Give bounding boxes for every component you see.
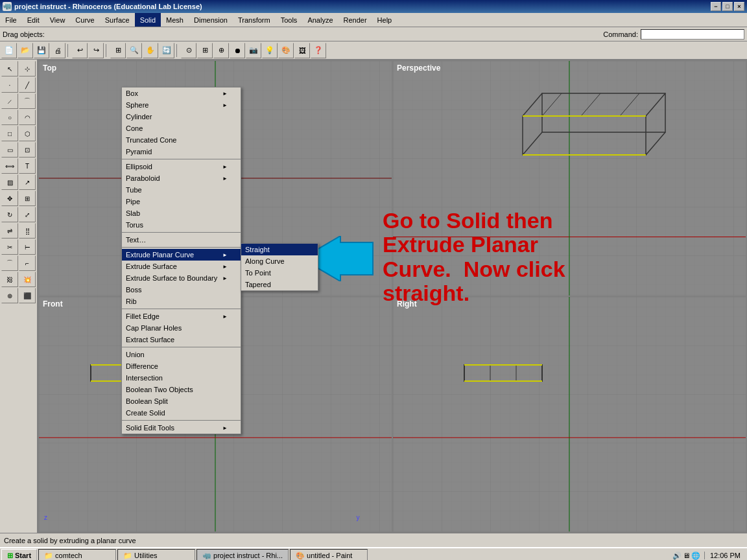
menu-rib[interactable]: Rib xyxy=(122,296,241,307)
tb-select[interactable]: ⊞ xyxy=(110,43,126,58)
tb-print[interactable]: 🖨 xyxy=(50,43,65,58)
menu-torus[interactable]: Torus xyxy=(122,219,241,231)
menu-solid-edit-tools[interactable]: Solid Edit Tools► xyxy=(122,422,241,434)
taskbar-utilities[interactable]: 📁 Utilities xyxy=(117,549,195,560)
menu-union[interactable]: Union xyxy=(122,349,241,360)
submenu-to-point[interactable]: To Point xyxy=(241,267,318,279)
tb-camera[interactable]: 📷 xyxy=(246,43,261,58)
maximize-button[interactable]: □ xyxy=(722,2,733,11)
tb-record[interactable]: ⏺ xyxy=(230,43,245,58)
menu-cap-planar-holes[interactable]: Cap Planar Holes xyxy=(122,322,241,334)
menu-render[interactable]: Render xyxy=(338,13,372,27)
menu-cone[interactable]: Cone xyxy=(122,122,241,134)
lt-rotate[interactable]: ↻ xyxy=(1,207,18,222)
menu-mesh[interactable]: Mesh xyxy=(161,13,189,27)
taskbar-rhinoceros[interactable]: 🦏 project instruct - Rhi... xyxy=(196,549,289,560)
tb-rotate[interactable]: 🔄 xyxy=(159,43,174,58)
tb-undo[interactable]: ↩ xyxy=(72,43,88,58)
lt-surface[interactable]: ▭ xyxy=(1,142,18,158)
lt-array[interactable]: ⣿ xyxy=(19,223,36,239)
tb-grid[interactable]: ⊞ xyxy=(197,43,213,58)
tb-open[interactable]: 📂 xyxy=(18,43,33,58)
menu-cylinder[interactable]: Cylinder xyxy=(122,111,241,122)
lt-solid[interactable]: ⬛ xyxy=(19,288,36,303)
lt-nurbs[interactable]: ⊡ xyxy=(19,142,36,158)
menu-surface[interactable]: Surface xyxy=(100,13,135,27)
lt-mirror[interactable]: ⇌ xyxy=(1,223,18,239)
tb-redo[interactable]: ↪ xyxy=(88,43,104,58)
tb-material[interactable]: 🎨 xyxy=(278,43,294,58)
close-button[interactable]: × xyxy=(734,2,744,11)
lt-move[interactable]: ✥ xyxy=(1,191,18,206)
menu-fillet-edge[interactable]: Fillet Edge► xyxy=(122,310,241,322)
menu-extrude-planar-curve[interactable]: Extrude Planar Curve► xyxy=(122,249,241,261)
tb-zoom[interactable]: 🔍 xyxy=(126,43,142,58)
lt-polygon[interactable]: ⬡ xyxy=(19,126,36,141)
menu-difference[interactable]: Difference xyxy=(122,360,241,372)
menu-edit[interactable]: Edit xyxy=(22,13,45,27)
menu-solid[interactable]: Solid xyxy=(135,13,161,27)
menu-view[interactable]: View xyxy=(45,13,71,27)
lt-explode[interactable]: 💥 xyxy=(19,272,36,287)
menu-truncated-cone[interactable]: Truncated Cone xyxy=(122,134,241,146)
start-button[interactable]: ⊞ Start xyxy=(1,549,37,560)
tb-new[interactable]: 📄 xyxy=(1,43,17,58)
menu-pipe[interactable]: Pipe xyxy=(122,196,241,207)
menu-transform[interactable]: Transform xyxy=(233,13,276,27)
command-input[interactable] xyxy=(641,29,744,40)
menu-boss[interactable]: Boss xyxy=(122,284,241,296)
lt-chamfer[interactable]: ⌐ xyxy=(19,255,36,271)
menu-analyze[interactable]: Analyze xyxy=(302,13,338,27)
menu-extract-surface[interactable]: Extract Surface xyxy=(122,334,241,345)
menu-create-solid[interactable]: Create Solid xyxy=(122,407,241,419)
lt-hatch[interactable]: ▨ xyxy=(1,174,18,190)
tb-save[interactable]: 💾 xyxy=(34,43,49,58)
submenu-tapered[interactable]: Tapered xyxy=(241,279,318,290)
lt-line[interactable]: ╱ xyxy=(19,77,36,93)
menu-tools[interactable]: Tools xyxy=(276,13,303,27)
lt-fillet[interactable]: ⌒ xyxy=(1,255,18,271)
lt-boolean[interactable]: ⊕ xyxy=(1,288,18,303)
menu-ellipsoid[interactable]: Ellipsoid► xyxy=(122,161,241,172)
lt-rect[interactable]: □ xyxy=(1,126,18,141)
lt-join[interactable]: ⛓ xyxy=(1,272,18,287)
tb-osnap[interactable]: ⊕ xyxy=(213,43,229,58)
tb-light[interactable]: 💡 xyxy=(262,43,278,58)
menu-boolean-two-objects[interactable]: Boolean Two Objects xyxy=(122,384,241,395)
menu-curve[interactable]: Curve xyxy=(70,13,99,27)
lt-dim[interactable]: ⟺ xyxy=(1,158,18,174)
menu-text[interactable]: Text… xyxy=(122,234,241,246)
menu-extrude-surface-boundary[interactable]: Extrude Surface to Boundary► xyxy=(122,272,241,284)
menu-slab[interactable]: Slab xyxy=(122,207,241,219)
lt-polyline[interactable]: ⟋ xyxy=(1,93,18,109)
viewport-perspective[interactable]: Perspective xyxy=(393,61,746,296)
lt-scale[interactable]: ⤢ xyxy=(19,207,36,222)
menu-box[interactable]: Box► xyxy=(122,88,241,99)
menu-intersection[interactable]: Intersection xyxy=(122,372,241,384)
lt-text[interactable]: T xyxy=(19,158,36,174)
lt-point[interactable]: · xyxy=(1,77,18,93)
submenu-along-curve[interactable]: Along Curve xyxy=(241,255,318,267)
lt-leader[interactable]: ↗ xyxy=(19,174,36,190)
minimize-button[interactable]: − xyxy=(711,2,721,11)
lt-trim[interactable]: ✂ xyxy=(1,239,18,255)
taskbar-paint[interactable]: 🎨 untitled - Paint xyxy=(290,549,368,560)
tb-render[interactable]: 🖼 xyxy=(294,43,310,58)
lt-pointer[interactable]: ↖ xyxy=(1,61,18,76)
menu-boolean-split[interactable]: Boolean Split xyxy=(122,395,241,407)
menu-paraboloid[interactable]: Paraboloid► xyxy=(122,172,241,184)
menu-file[interactable]: File xyxy=(0,13,22,27)
lt-copy[interactable]: ⊞ xyxy=(19,191,36,206)
menu-dimension[interactable]: Dimension xyxy=(189,13,233,27)
lt-circle[interactable]: ○ xyxy=(1,110,18,125)
submenu-straight[interactable]: Straight xyxy=(241,244,318,255)
menu-help[interactable]: Help xyxy=(372,13,397,27)
taskbar-comtech[interactable]: 📁 comtech xyxy=(38,549,116,560)
viewport-right[interactable]: Right xyxy=(393,297,746,531)
menu-extrude-surface[interactable]: Extrude Surface► xyxy=(122,261,241,272)
lt-arc[interactable]: ◠ xyxy=(19,110,36,125)
lt-curve[interactable]: ⌒ xyxy=(19,93,36,109)
tb-help[interactable]: ❓ xyxy=(311,43,326,58)
tb-pan[interactable]: ✋ xyxy=(143,43,158,58)
tb-snap[interactable]: ⊙ xyxy=(181,43,196,58)
